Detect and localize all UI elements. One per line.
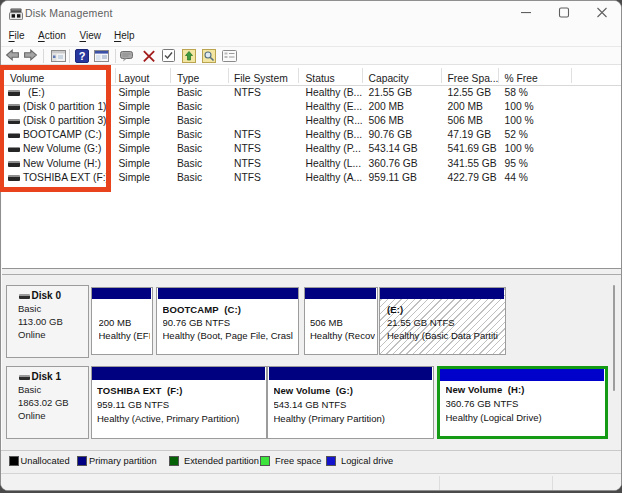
svg-text:?: ? — [79, 49, 86, 61]
